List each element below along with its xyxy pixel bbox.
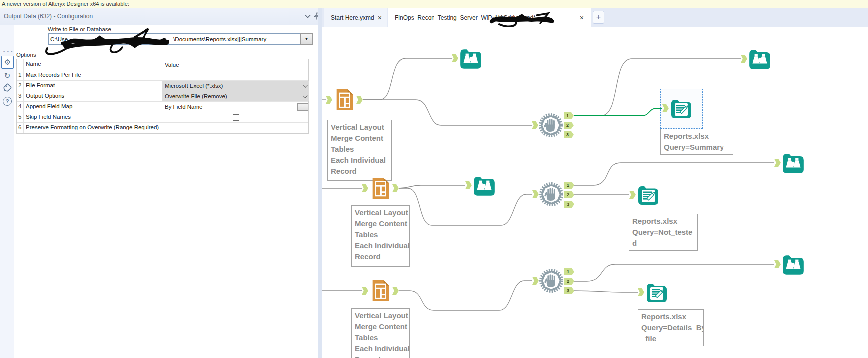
output-path-suffix: \Documents\Reports.xlsx|||Summary [173, 36, 266, 42]
block-until-done-tool-2[interactable] [539, 182, 564, 207]
output-data-tool-1-selected[interactable] [669, 96, 693, 120]
value-column-header: Value [162, 62, 182, 68]
file-format-dropdown[interactable]: Microsoft Excel (*.xlsx) [162, 81, 309, 91]
tag-icon[interactable] [3, 83, 12, 92]
update-notification-bar: A newer version of Alteryx Designer x64 … [0, 0, 868, 8]
options-label: Options [16, 52, 36, 58]
chevron-down-icon[interactable] [304, 12, 312, 20]
new-tab-button[interactable]: + [593, 11, 604, 24]
browse-tool-top-right[interactable] [747, 46, 772, 71]
chevron-down-icon [303, 93, 308, 98]
annotation-layout3[interactable]: Vertical Layout Merge Content Tables Eac… [351, 308, 410, 358]
browse-tool-2[interactable] [472, 173, 497, 198]
append-field-map-ellipsis-button[interactable]: ... [297, 103, 308, 111]
annotation-output-details-by-file[interactable]: Reports.xlsx Query=Details_By _file [638, 309, 704, 346]
row-name: Output Options [24, 91, 162, 101]
write-to-file-label: Write to File or Database [48, 26, 111, 32]
table-row-append-field-map[interactable]: 4 Append Field Map By Field Name ... [17, 102, 308, 112]
output-path-input[interactable]: C:\Use\Documents\Reports.xlsx|||Summary [48, 33, 300, 45]
config-panel-icon-strip: • • • ⚙ ↻ ? [0, 25, 14, 358]
name-column-header: Name [24, 59, 162, 70]
table-row-preserve-formatting[interactable]: 6 Preserve Formatting on Overwrite (Rang… [17, 123, 308, 133]
output-data-tool-2[interactable] [636, 183, 660, 207]
chevron-down-icon [303, 83, 308, 88]
update-notification-text: A newer version of Alteryx Designer x64 … [2, 1, 129, 7]
row-name: File Format [24, 81, 162, 91]
tab-title-suffix: .yxmd* [517, 14, 536, 21]
block-until-done-tool-1[interactable] [538, 113, 563, 138]
table-row-skip-field-names[interactable]: 5 Skip Field Names [17, 112, 308, 123]
help-icon[interactable]: ? [3, 97, 12, 106]
annotation-output-summary[interactable]: Reports.xlsx Query=Summary [660, 129, 733, 155]
close-tab-icon[interactable]: × [580, 14, 584, 22]
alteryx-designer-window: A newer version of Alteryx Designer x64 … [0, 0, 868, 358]
table-row-max-records[interactable]: 1 Max Records Per File [17, 70, 308, 81]
options-table-header: Name Value [17, 59, 308, 70]
output-options-dropdown[interactable]: Overwrite File (Remove) [162, 91, 309, 101]
tab-finops-recon-active[interactable]: FinOps_Recon_Testing_Server_WiP_NASdriv.… [388, 8, 591, 27]
table-row-output-options[interactable]: 3 Output Options Overwrite File (Remove) [17, 91, 308, 102]
row-name: Preserve Formatting on Overwrite (Range … [24, 123, 162, 133]
table-row-file-format[interactable]: 2 File Format Microsoft Excel (*.xlsx) [17, 81, 308, 91]
annotation-layout1[interactable]: Vertical Layout Merge Content Tables Eac… [327, 120, 392, 181]
configuration-panel-title: Output Data (632) - Configuration [4, 13, 93, 20]
layout-tool-3[interactable] [369, 279, 392, 302]
preserve-formatting-checkbox[interactable] [233, 125, 239, 131]
annotation-output-not-tested[interactable]: Reports.xlsx Query=Not_teste d [629, 214, 698, 251]
panel-splitter[interactable] [318, 8, 322, 358]
output-path-dropdown-button[interactable]: ▼ [300, 33, 313, 45]
configuration-panel-header: Output Data (632) - Configuration [0, 8, 318, 25]
output-data-tool-3[interactable] [645, 280, 669, 304]
navigation-icon[interactable]: ↻ [2, 71, 12, 81]
layout-tool-1[interactable] [333, 88, 356, 111]
browse-tool-1[interactable] [458, 46, 483, 71]
configuration-tab-gear-icon[interactable]: ⚙ [1, 56, 14, 69]
tab-start-here[interactable]: Start Here.yxmd × [324, 8, 387, 27]
row-name: Skip Field Names [24, 112, 162, 122]
row-name: Append Field Map [24, 102, 162, 112]
workflow-tab-strip: Start Here.yxmd × FinOps_Recon_Testing_S… [322, 8, 868, 27]
browse-tool-right-2[interactable] [781, 150, 806, 175]
close-tab-icon[interactable]: × [378, 14, 382, 22]
annotation-layout2[interactable]: Vertical Layout Merge Content Tables Eac… [351, 205, 410, 267]
output-path-prefix: C:\Use [50, 36, 68, 42]
options-table: Name Value 1 Max Records Per File 2 File… [16, 59, 309, 134]
grip-dots-icon[interactable]: • • • [3, 49, 13, 54]
block-until-done-tool-3[interactable] [539, 268, 564, 293]
tab-title-prefix: FinOps_Recon_Testing_Server_WiP_NASdriv [395, 14, 517, 21]
layout-tool-2[interactable] [369, 177, 392, 200]
skip-field-names-checkbox[interactable] [233, 114, 239, 121]
append-field-map-value[interactable]: By Field Name [162, 104, 205, 110]
browse-tool-right-3[interactable] [781, 252, 806, 277]
row-name: Max Records Per File [24, 70, 162, 80]
